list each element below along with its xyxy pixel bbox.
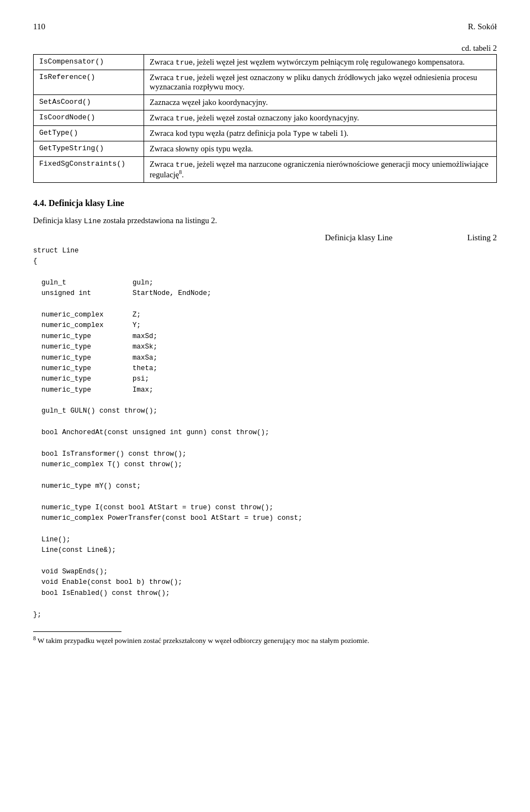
- method-cell: FixedSgConstraints(): [34, 157, 144, 183]
- table-row: IsCompensator()Zwraca true, jeżeli węzeł…: [34, 55, 497, 70]
- method-cell: IsCoordNode(): [34, 110, 144, 126]
- desc-cell: Zwraca true, jeżeli węzeł ma narzucone o…: [144, 157, 497, 183]
- code-block: struct Line { guln_t guln; unsigned int …: [33, 246, 497, 620]
- main-table: IsCompensator()Zwraca true, jeżeli węzeł…: [33, 54, 497, 183]
- desc-cell: Zwraca true, jeżeli węzeł został oznaczo…: [144, 110, 497, 126]
- page-number: 110: [33, 22, 45, 31]
- table-row: SetAsCoord()Zaznacza węzeł jako koordyna…: [34, 95, 497, 110]
- listing-title: Definicja klasy Line: [250, 233, 467, 242]
- desc-cell: Zwraca kod typu węzła (patrz definicja p…: [144, 126, 497, 141]
- table-caption: cd. tabeli 2: [33, 44, 497, 53]
- listing-label: Listing 2: [467, 233, 497, 242]
- method-cell: IsReference(): [34, 70, 144, 95]
- table-row: GetTypeString()Zwraca słowny opis typu w…: [34, 141, 497, 157]
- desc-cell: Zaznacza węzeł jako koordynacyjny.: [144, 95, 497, 110]
- method-cell: GetType(): [34, 126, 144, 141]
- listing-header: Definicja klasy Line Listing 2: [33, 233, 497, 242]
- method-cell: GetTypeString(): [34, 141, 144, 157]
- table-row: FixedSgConstraints()Zwraca true, jeżeli …: [34, 157, 497, 183]
- intro-paragraph: Definicja klasy Line została przedstawio…: [33, 216, 497, 225]
- desc-cell: Zwraca true, jeżeli węzeł jest oznaczony…: [144, 70, 497, 95]
- page-author: R. Sokół: [468, 22, 497, 31]
- table-row: IsReference()Zwraca true, jeżeli węzeł j…: [34, 70, 497, 95]
- desc-cell: Zwraca true, jeżeli węzeł jest węzłem wy…: [144, 55, 497, 70]
- footnote-divider: [33, 631, 121, 632]
- method-cell: SetAsCoord(): [34, 95, 144, 110]
- table-row: IsCoordNode()Zwraca true, jeżeli węzeł z…: [34, 110, 497, 126]
- footnote: 8 W takim przypadku węzeł powinien zosta…: [33, 635, 497, 645]
- method-cell: IsCompensator(): [34, 55, 144, 70]
- section-heading: 4.4. Definicja klasy Line: [33, 198, 497, 208]
- page-header: 110 R. Sokół: [33, 22, 497, 34]
- desc-cell: Zwraca słowny opis typu węzła.: [144, 141, 497, 157]
- table-row: GetType()Zwraca kod typu węzła (patrz de…: [34, 126, 497, 141]
